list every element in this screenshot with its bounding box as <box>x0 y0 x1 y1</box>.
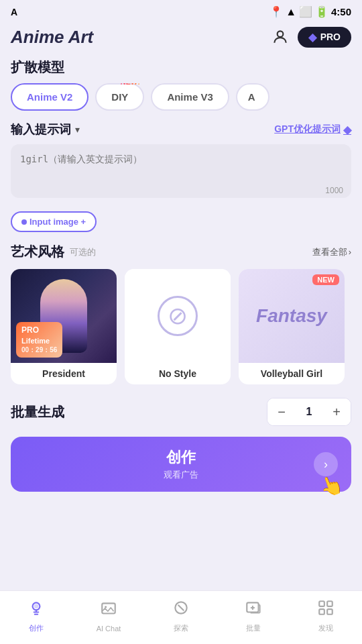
input-image-button[interactable]: Input image + <box>11 211 97 232</box>
new-corner-badge: NEW <box>312 274 339 285</box>
optional-label: 可选的 <box>70 246 96 258</box>
tab-diy[interactable]: NEW! DIY <box>95 83 144 111</box>
add-image-icon <box>245 599 262 621</box>
volleyball-girl-label: Volleyball Girl <box>239 363 345 384</box>
prompt-label-row: 输入提示词 ▾ <box>11 121 80 138</box>
pro-badge-button[interactable]: ◆ PRO <box>298 27 351 48</box>
fantasy-bg: Fantasy NEW <box>239 269 345 363</box>
quantity-control: − 1 + <box>267 398 351 426</box>
svg-rect-12 <box>319 609 324 614</box>
image-icon <box>100 600 117 622</box>
art-header: 艺术风格 可选的 查看全部 › <box>11 243 351 261</box>
art-title-row: 艺术风格 可选的 <box>11 243 96 261</box>
dot-icon <box>21 219 27 225</box>
create-btn-text: 创作 观看广告 <box>164 447 198 481</box>
profile-button[interactable] <box>269 26 291 48</box>
prompt-wrapper: 1000 <box>11 144 351 201</box>
circle-slash-icon <box>172 599 190 621</box>
svg-point-0 <box>277 31 283 37</box>
svg-point-2 <box>34 604 39 609</box>
nav-label-discover: 发现 <box>318 623 333 633</box>
nav-item-discover[interactable]: 发现 <box>290 599 362 633</box>
svg-rect-3 <box>102 603 115 613</box>
batch-section: 批量生成 − 1 + <box>0 392 362 437</box>
diffusion-model-section: 扩散模型 Anime V2 NEW! DIY Anime V3 A <box>0 56 362 121</box>
bulb-icon <box>27 599 45 621</box>
svg-rect-10 <box>319 601 324 606</box>
gpt-optimize-button[interactable]: GPT优化提示词 ◆ <box>274 123 351 136</box>
style-card-president[interactable]: PRO Lifetime 00：29：56 President <box>11 269 117 384</box>
char-count: 1000 <box>325 186 343 195</box>
diamond-icon: ◆ <box>308 31 316 44</box>
art-title: 艺术风格 <box>11 243 64 261</box>
no-style-card-image: ⊘ <box>125 269 231 363</box>
fantasy-text: Fantasy <box>256 305 327 327</box>
no-style-icon: ⊘ <box>158 296 198 336</box>
create-button[interactable]: 创作 观看广告 › 👆 <box>11 437 351 492</box>
gpt-label: GPT优化提示词 <box>274 123 341 136</box>
prompt-header: 输入提示词 ▾ GPT优化提示词 ◆ <box>11 121 351 138</box>
pro-label: PRO <box>320 32 341 42</box>
batch-title: 批量生成 <box>11 403 64 421</box>
hand-cursor-icon: 👆 <box>316 472 346 500</box>
svg-rect-11 <box>327 601 333 606</box>
nav-item-batch[interactable]: 批量 <box>217 599 290 633</box>
bottom-nav: 创作 AI Chat 探索 <box>0 590 362 644</box>
model-tabs: Anime V2 NEW! DIY Anime V3 A <box>0 83 362 121</box>
nav-label-create: 创作 <box>29 623 44 633</box>
president-bg: PRO Lifetime 00：29：56 <box>11 269 117 363</box>
style-card-no-style[interactable]: ⊘ No Style <box>125 269 231 384</box>
status-icons: 📍 ▲ ⬜ 🔋 4:50 <box>269 5 351 18</box>
nav-item-ai-chat[interactable]: AI Chat <box>72 600 145 633</box>
chevron-right-icon: › <box>349 247 351 257</box>
grid-icon <box>317 599 335 621</box>
prompt-label: 输入提示词 <box>11 121 71 138</box>
signal-icon: ⬜ <box>299 5 312 18</box>
location-icon: 📍 <box>269 5 283 18</box>
svg-line-6 <box>178 605 184 611</box>
no-style-bg: ⊘ <box>125 269 231 363</box>
diffusion-title: 扩散模型 <box>0 56 362 83</box>
view-all-button[interactable]: 查看全部 › <box>312 246 351 258</box>
president-label: President <box>11 363 117 384</box>
gpt-diamond-icon: ◆ <box>343 123 351 136</box>
header: Anime Art ◆ PRO <box>0 21 362 56</box>
prompt-input[interactable] <box>11 144 351 198</box>
new-badge: NEW! <box>121 83 140 86</box>
style-card-volleyball-girl[interactable]: Fantasy NEW Volleyball Girl <box>239 269 345 384</box>
tab-a[interactable]: A <box>236 83 269 111</box>
plus-button[interactable]: + <box>322 398 351 425</box>
svg-rect-13 <box>327 609 333 614</box>
quantity-value: 1 <box>296 406 322 418</box>
create-button-area: 创作 观看广告 › 👆 <box>0 437 362 492</box>
view-all-label: 查看全部 <box>312 246 347 258</box>
prompt-section: 输入提示词 ▾ GPT优化提示词 ◆ 1000 <box>0 121 362 209</box>
pro-lifetime-badge: PRO Lifetime 00：29：56 <box>16 322 62 358</box>
create-main-label: 创作 <box>164 447 198 468</box>
minus-button[interactable]: − <box>267 398 296 425</box>
nav-label-explore: 探索 <box>174 623 188 633</box>
svg-point-4 <box>105 606 107 608</box>
nav-item-create[interactable]: 创作 <box>0 599 72 633</box>
style-cards: PRO Lifetime 00：29：56 President ⊘ No Sty… <box>11 269 351 384</box>
app-logo: Anime Art <box>11 27 93 48</box>
timer-text: 00：29：56 <box>21 345 57 354</box>
input-image-label: Input image + <box>29 217 86 227</box>
status-app-icon: A <box>11 7 17 17</box>
header-actions: ◆ PRO <box>269 26 351 48</box>
chevron-down-icon[interactable]: ▾ <box>75 124 80 135</box>
time-display: 4:50 <box>331 6 351 17</box>
president-card-image: PRO Lifetime 00：29：56 <box>11 269 117 363</box>
nav-item-explore[interactable]: 探索 <box>145 599 217 633</box>
nav-label-ai-chat: AI Chat <box>97 625 121 633</box>
battery-icon: 🔋 <box>315 5 328 18</box>
nav-label-batch: 批量 <box>246 623 261 633</box>
no-style-label: No Style <box>125 363 231 384</box>
fantasy-card-image: Fantasy NEW <box>239 269 345 363</box>
create-sub-label: 观看广告 <box>164 469 198 481</box>
tab-anime-v2[interactable]: Anime V2 <box>11 83 88 111</box>
art-style-section: 艺术风格 可选的 查看全部 › PRO Lifetime 00：29：56 Pr… <box>0 243 362 392</box>
tab-anime-v3[interactable]: Anime V3 <box>151 83 229 111</box>
status-bar: A 📍 ▲ ⬜ 🔋 4:50 <box>0 0 362 21</box>
wifi-icon: ▲ <box>286 6 296 18</box>
